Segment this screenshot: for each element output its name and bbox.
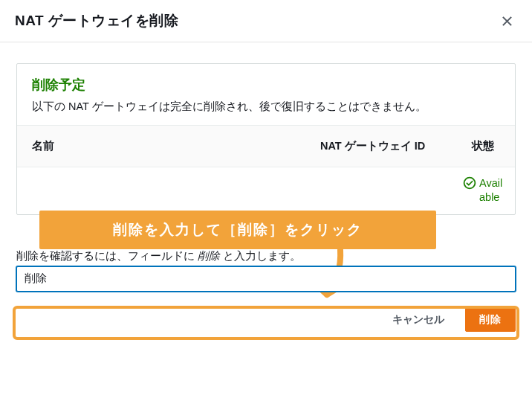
table-row: Available [17, 167, 515, 214]
check-circle-icon [463, 176, 476, 190]
cancel-button[interactable]: キャンセル [379, 308, 458, 332]
table-header-name: 名前 [17, 126, 305, 167]
delete-nat-gateway-dialog: NAT ゲートウェイを削除 削除予定 以下の NAT ゲートウェイは完全に削除さ… [0, 0, 532, 398]
deletion-panel: 削除予定 以下の NAT ゲートウェイは完全に削除され、後で復旧することはできま… [16, 63, 516, 215]
status-label: Available [479, 176, 506, 203]
dialog-title: NAT ゲートウェイを削除 [15, 11, 178, 31]
annotation-callout: 削除を入力して［削除］をクリック [39, 211, 436, 249]
dialog-header: NAT ゲートウェイを削除 [0, 0, 532, 42]
status-badge: Available [463, 176, 506, 203]
confirm-label-prefix: 削除を確認するには、フィールドに [16, 250, 198, 262]
cell-nat-id [305, 167, 457, 194]
panel-heading: 削除予定 [32, 76, 500, 94]
table-header-row: 名前 NAT ゲートウェイ ID 状態 [17, 125, 515, 167]
close-icon [502, 16, 513, 27]
table-header-nat-id: NAT ゲートウェイ ID [305, 126, 457, 167]
close-button[interactable] [496, 10, 517, 31]
confirm-label: 削除を確認するには、フィールドに 削除 と入力します。 [16, 249, 516, 263]
table-header-state: 状態 [457, 126, 515, 167]
dialog-body: 削除予定 以下の NAT ゲートウェイは完全に削除され、後で復旧することはできま… [0, 42, 532, 215]
annotation-text: 削除を入力して［削除］をクリック [113, 220, 363, 240]
confirm-delete-input[interactable] [16, 266, 516, 292]
nat-gateway-table: 名前 NAT ゲートウェイ ID 状態 Available [17, 125, 515, 214]
confirm-label-suffix: と入力します。 [220, 250, 301, 262]
delete-button[interactable]: 削除 [465, 308, 516, 332]
svg-point-0 [464, 178, 476, 189]
cell-state: Available [457, 167, 515, 214]
confirm-section: 削除を確認するには、フィールドに 削除 と入力します。 [0, 249, 532, 292]
dialog-footer: キャンセル 削除 [0, 292, 532, 332]
confirm-label-keyword: 削除 [198, 250, 220, 262]
cell-name [17, 167, 305, 188]
panel-description: 以下の NAT ゲートウェイは完全に削除され、後で復旧することはできません。 [32, 98, 500, 115]
